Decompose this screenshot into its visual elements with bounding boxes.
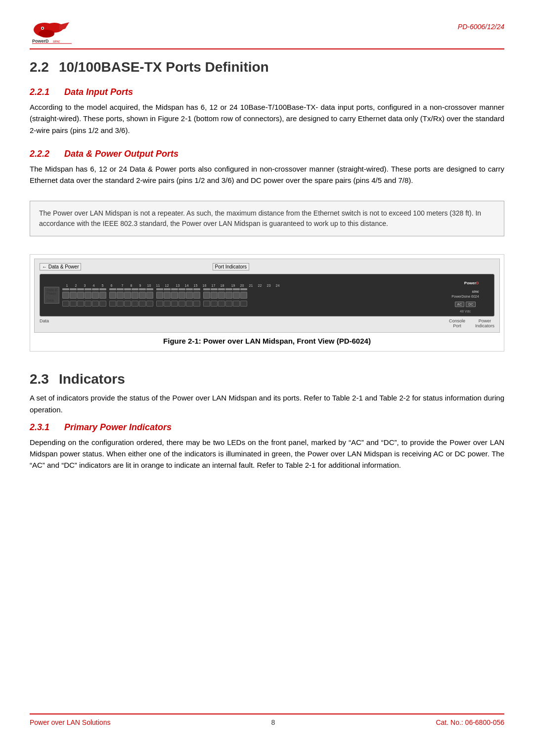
data-connectors-row — [61, 301, 439, 307]
model-number: PD-6006/12/24 — [458, 23, 504, 31]
label-data-left: Data — [46, 299, 57, 302]
ac-indicator: AC — [455, 302, 465, 307]
footer-right: Cat. No.: 06-6800-056 — [436, 718, 504, 726]
section-2-3-intro: A set of indicators provide the status o… — [30, 392, 504, 415]
data-power-connectors-row — [61, 292, 439, 299]
figure-caption: Figure 2-1: Power over LAN Midspan, Fron… — [34, 337, 500, 345]
led-group-1 — [62, 288, 109, 290]
voltage-label: 48 Vdc — [460, 310, 471, 313]
led-group-3 — [156, 288, 203, 290]
header-right: PD-6006/12/24 — [458, 20, 504, 31]
section-2-3-title: 2.3Indicators — [30, 371, 504, 387]
figure-label-port-indicators: Port Indicators — [213, 263, 249, 270]
note-box: The Power over LAN Midspan is not a repe… — [30, 201, 504, 236]
svg-text:PowerD: PowerD — [32, 39, 49, 44]
dc-indicator: DC — [466, 302, 476, 307]
svg-marker-2 — [59, 22, 69, 31]
subsection-2-3-1-body: Depending on the configuration ordered, … — [30, 437, 504, 471]
right-bottom-labels: Console Port Power Indicators — [449, 318, 494, 328]
section-2-2-title: 2.210/100BASE-TX Ports Definition — [30, 59, 504, 75]
footer-left: Power over LAN Solutions — [30, 718, 110, 726]
figure-labels-row: ← Data & Power Port Indicators — [40, 263, 494, 273]
figure-container: ← Data & Power Port Indicators Data &Pow… — [30, 254, 504, 352]
subsection-2-2-1-title: 2.2.1Data Input Ports — [30, 87, 504, 97]
power-indicators-label: Power Indicators — [475, 318, 494, 328]
led-indicators-row — [61, 288, 439, 290]
figure-label-data-power: ← Data & Power — [40, 263, 81, 270]
figure-inner: ← Data & Power Port Indicators Data &Pow… — [34, 259, 500, 333]
led-group-2 — [109, 288, 156, 290]
svg-point-3 — [39, 30, 54, 38]
page: PowerD sinc PD-6006/12/24 2.210/100BASE-… — [0, 0, 534, 756]
device-right-panel: PowerD sinc PowerDsine 6024 AC DC 48 Vdc — [441, 277, 490, 313]
device-front-view: Data &Power Data 1 2 3 4 5 6 7 8 — [40, 274, 494, 316]
data-label-bottom: Data — [40, 318, 49, 328]
svg-text:sinc: sinc — [53, 39, 60, 44]
note-text: The Power over LAN Midspan is not a repe… — [39, 209, 481, 227]
front-ports-area: 1 2 3 4 5 6 7 8 9 10 11 12 13 14 — [61, 284, 439, 307]
powerdsine-logo: PowerD sinc — [30, 20, 74, 45]
svg-point-5 — [42, 28, 44, 29]
page-header: PowerD sinc PD-6006/12/24 — [30, 20, 504, 49]
subsection-2-2-2-body: The Midspan has 6, 12 or 24 Data & Power… — [30, 163, 504, 186]
console-port-label: Console Port — [449, 318, 465, 328]
section-2-3: 2.3Indicators A set of indicators provid… — [30, 365, 504, 477]
device-model-label: PowerDsine 6024 — [451, 295, 479, 298]
device-left-label: Data &Power Data — [44, 287, 59, 304]
ac-dc-indicators: AC DC — [455, 302, 476, 307]
page-footer: Power over LAN Solutions 8 Cat. No.: 06-… — [30, 713, 504, 726]
port-numbers-row: 1 2 3 4 5 6 7 8 9 10 11 12 13 14 — [61, 284, 439, 287]
subsection-2-2-2-title: 2.2.2Data & Power Output Ports — [30, 149, 504, 159]
logo-area: PowerD sinc — [30, 20, 74, 45]
brand-powerdsine: PowerD sinc — [464, 281, 479, 294]
brand-area: PowerD sinc PowerDsine 6024 — [451, 277, 479, 298]
subsection-2-2-1-body: According to the model acquired, the Mid… — [30, 101, 504, 136]
label-data-power-left: Data &Power — [46, 288, 57, 295]
footer-page-number: 8 — [271, 718, 275, 726]
led-group-4 — [203, 288, 247, 290]
subsection-2-3-1-title: 2.3.1Primary Power Indicators — [30, 422, 504, 433]
figure-bottom-labels: Data Console Port Power Indicators — [40, 318, 494, 328]
